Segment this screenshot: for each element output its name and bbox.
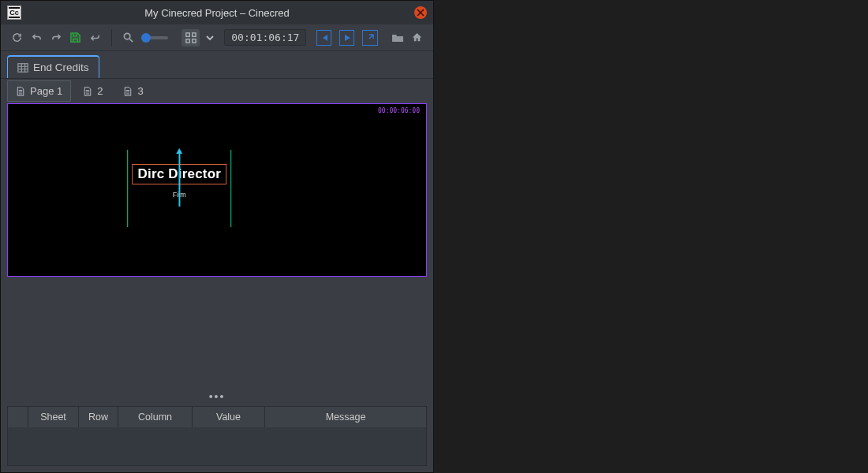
preview-area: 00:00:06:00 Dirc Director Film <box>1 102 433 278</box>
titlebar: Cc My Cinecred Project – Cinecred <box>1 1 433 24</box>
revert-button[interactable] <box>87 29 103 47</box>
open-folder-button[interactable] <box>389 29 406 47</box>
col-column[interactable]: Column <box>118 407 193 427</box>
center-guide <box>179 151 181 207</box>
app-icon: Cc <box>7 6 21 20</box>
col-message[interactable]: Message <box>265 407 426 427</box>
undo-icon <box>31 32 43 43</box>
arrow-up-icon <box>175 148 183 155</box>
search-button[interactable] <box>120 29 137 47</box>
play-button[interactable] <box>339 30 354 46</box>
svg-rect-4 <box>193 39 196 42</box>
message-table-header: Sheet Row Column Value Message <box>8 407 426 427</box>
tab-page-2[interactable]: 2 <box>74 80 111 102</box>
tab-page-1[interactable]: Page 1 <box>7 80 71 102</box>
chevron-down-icon <box>205 33 215 43</box>
tab-page-3[interactable]: 3 <box>114 80 152 102</box>
tab-end-credits-label: End Credits <box>33 61 89 73</box>
play-icon <box>343 34 351 42</box>
message-table: Sheet Row Column Value Message <box>7 406 427 466</box>
col-value[interactable]: Value <box>193 407 265 427</box>
col-sheet[interactable]: Sheet <box>28 407 79 427</box>
svg-rect-3 <box>186 39 189 42</box>
col-icon[interactable] <box>8 407 28 427</box>
app-window: Cc My Cinecred Project – Cinecred <box>0 0 434 473</box>
workspace-filler <box>1 278 433 387</box>
toolbar: 00:01:06:17 <box>1 24 433 51</box>
save-button[interactable] <box>67 29 84 47</box>
home-icon <box>411 32 423 43</box>
svg-rect-1 <box>186 32 189 35</box>
resize-handle[interactable]: ••• <box>1 387 433 406</box>
undo-button[interactable] <box>28 29 45 47</box>
svg-point-0 <box>124 33 130 39</box>
window-title: My Cinecred Project – Cinecred <box>1 7 433 19</box>
play-from-start-button[interactable] <box>316 30 331 46</box>
tab-page-2-label: 2 <box>97 85 103 97</box>
save-icon <box>69 32 81 43</box>
separator <box>111 29 112 47</box>
right-empty-pane <box>434 0 868 473</box>
home-button[interactable] <box>409 29 425 47</box>
zoom-slider-thumb[interactable] <box>141 33 151 43</box>
revert-icon <box>89 32 101 43</box>
page-icon <box>123 87 133 96</box>
layout-dropdown[interactable] <box>203 29 216 47</box>
search-icon <box>122 32 134 43</box>
message-table-body <box>8 427 426 465</box>
close-icon <box>417 9 425 17</box>
spreadsheet-icon <box>17 62 28 73</box>
svg-rect-5 <box>18 63 28 72</box>
timecode-field[interactable]: 00:01:06:17 <box>224 29 306 46</box>
folder-open-icon <box>391 32 404 44</box>
popout-icon <box>366 34 374 42</box>
page-icon <box>83 87 92 96</box>
app-icon-label: Cc <box>9 9 19 17</box>
credit-block: Dirc Director Film <box>133 164 227 199</box>
col-row[interactable]: Row <box>79 407 118 427</box>
guide-left <box>128 150 129 227</box>
popout-button[interactable] <box>362 30 377 46</box>
refresh-icon <box>11 32 23 43</box>
tab-page-3-label: 3 <box>137 85 143 97</box>
preview-canvas[interactable]: 00:00:06:00 Dirc Director Film <box>7 103 427 277</box>
tab-end-credits[interactable]: End Credits <box>7 55 99 78</box>
page-tabs: Page 1 2 3 <box>1 78 433 102</box>
layout-icon <box>185 32 196 43</box>
preview-timecode-overlay: 00:00:06:00 <box>378 107 420 114</box>
layout-button[interactable] <box>181 29 200 47</box>
page-icon <box>16 87 25 96</box>
tab-page-1-label: Page 1 <box>30 85 62 97</box>
guide-right <box>230 150 231 227</box>
redo-button[interactable] <box>48 29 65 47</box>
close-button[interactable] <box>414 6 427 19</box>
sheet-tabs: End Credits <box>1 51 433 78</box>
skip-start-icon <box>320 34 328 42</box>
zoom-slider[interactable] <box>141 36 168 39</box>
refresh-button[interactable] <box>9 29 25 47</box>
redo-icon <box>51 32 62 43</box>
svg-rect-2 <box>193 32 196 35</box>
